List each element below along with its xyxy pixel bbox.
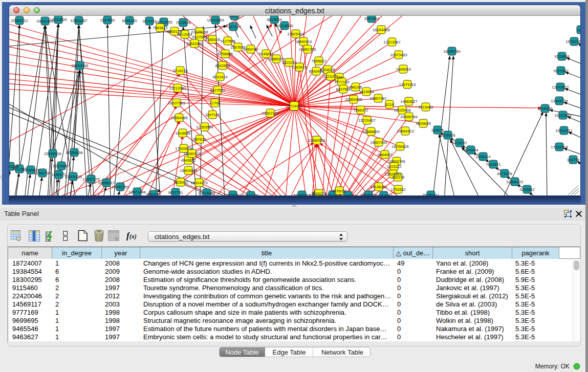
svg-text:18640910: 18640910 [295, 39, 312, 44]
svg-text:19654923: 19654923 [397, 129, 413, 134]
svg-text:16756928: 16756928 [391, 144, 408, 149]
svg-text:15409948: 15409948 [180, 168, 197, 173]
svg-text:20364436: 20364436 [345, 97, 362, 102]
svg-text:7625402: 7625402 [173, 180, 188, 185]
svg-text:9115460: 9115460 [419, 105, 433, 110]
svg-text:9699695: 9699695 [416, 121, 430, 126]
svg-text:19033809: 19033809 [50, 17, 67, 22]
svg-text:7515526: 7515526 [176, 20, 190, 25]
svg-text:20206526: 20206526 [44, 151, 61, 156]
svg-text:13625419: 13625419 [287, 32, 304, 36]
svg-text:10973493: 10973493 [390, 53, 407, 57]
svg-text:59407816: 59407816 [339, 193, 356, 196]
svg-text:16961755: 16961755 [299, 47, 316, 52]
svg-text:16107563: 16107563 [168, 101, 185, 105]
svg-text:10025438: 10025438 [394, 108, 410, 113]
svg-text:1527602: 1527602 [100, 18, 115, 23]
svg-text:12975115: 12975115 [399, 82, 416, 87]
svg-text:16033809: 16033809 [207, 18, 224, 23]
svg-text:16648784: 16648784 [443, 49, 460, 54]
svg-text:12093872: 12093872 [552, 85, 569, 90]
svg-text:16782759: 16782759 [112, 185, 128, 189]
svg-text:7663822: 7663822 [153, 26, 167, 30]
svg-text:20553712: 20553712 [11, 18, 28, 23]
svg-text:15751074: 15751074 [565, 39, 580, 44]
svg-text:19654985: 19654985 [170, 116, 187, 120]
svg-text:3824554: 3824554 [359, 90, 374, 94]
svg-text:6479197: 6479197 [452, 141, 467, 145]
svg-text:18907249: 18907249 [370, 140, 387, 145]
svg-text:2935114: 2935114 [476, 155, 491, 159]
svg-text:5215955: 5215955 [537, 106, 552, 111]
svg-text:18495931: 18495931 [360, 193, 377, 196]
svg-text:8471676: 8471676 [497, 171, 512, 176]
svg-text:116753: 116753 [567, 158, 579, 162]
svg-text:7955812: 7955812 [311, 59, 326, 63]
svg-text:12213967: 12213967 [383, 40, 400, 45]
svg-text:587833: 587833 [193, 137, 206, 142]
svg-text:14136141: 14136141 [370, 185, 387, 189]
svg-text:15692971: 15692971 [555, 128, 572, 133]
svg-text:23226058: 23226058 [191, 30, 208, 34]
svg-text:6497508: 6497508 [336, 87, 351, 92]
svg-text:7986372: 7986372 [353, 108, 368, 113]
svg-text:1753342: 1753342 [390, 187, 405, 192]
svg-text:4949822: 4949822 [181, 158, 195, 163]
svg-text:9657791: 9657791 [168, 190, 183, 195]
svg-text:6756685: 6756685 [217, 52, 232, 56]
svg-text:8186328: 8186328 [205, 37, 220, 42]
svg-text:8242848: 8242848 [215, 63, 230, 68]
svg-text:12905135: 12905135 [64, 174, 81, 179]
svg-text:13716485: 13716485 [198, 191, 215, 195]
svg-text:2718170: 2718170 [172, 69, 187, 73]
svg-text:9283276: 9283276 [311, 191, 326, 196]
svg-text:6216: 6216 [385, 102, 394, 107]
svg-text:7485063: 7485063 [396, 67, 410, 72]
svg-text:9245682: 9245682 [519, 187, 534, 192]
svg-text:3267110: 3267110 [205, 113, 220, 117]
svg-text:10433218: 10433218 [224, 193, 241, 196]
svg-text:8912954: 8912954 [177, 32, 192, 37]
svg-text:12213383: 12213383 [169, 86, 186, 91]
svg-text:19218506: 19218506 [276, 24, 293, 28]
svg-text:7357224: 7357224 [226, 25, 241, 29]
svg-text:15720407: 15720407 [358, 118, 375, 123]
svg-text:7632621: 7632621 [486, 162, 500, 167]
svg-text:10688609: 10688609 [362, 129, 379, 134]
svg-text:9657791: 9657791 [146, 192, 161, 196]
svg-text:2087682: 2087682 [364, 16, 379, 21]
svg-text:12353584: 12353584 [196, 125, 213, 129]
svg-text:19600133: 19600133 [242, 193, 259, 196]
svg-text:8938928: 8938928 [440, 133, 455, 138]
svg-text:9227342: 9227342 [553, 69, 568, 73]
svg-text:16154808: 16154808 [373, 28, 389, 32]
svg-text:17359936: 17359936 [66, 150, 82, 155]
svg-text:20495794: 20495794 [400, 115, 417, 119]
svg-text:9127508: 9127508 [220, 39, 235, 43]
svg-text:16713155: 16713155 [155, 20, 172, 25]
svg-text:10543382: 10543382 [186, 41, 203, 46]
svg-text:10975857: 10975857 [53, 164, 70, 168]
svg-text:10654122: 10654122 [506, 180, 523, 184]
svg-text:345: 345 [336, 75, 343, 80]
svg-text:18280302: 18280302 [183, 151, 200, 156]
svg-text:03413164: 03413164 [375, 193, 392, 196]
svg-text:12942737: 12942737 [34, 171, 51, 176]
svg-text:10807487: 10807487 [369, 96, 386, 101]
svg-text:164095: 164095 [431, 128, 444, 133]
svg-text:1615112: 1615112 [387, 164, 402, 169]
svg-text:1822203: 1822203 [281, 60, 296, 65]
svg-text:16914479: 16914479 [190, 181, 207, 185]
svg-text:8813054: 8813054 [267, 17, 281, 22]
svg-text:89083863: 89083863 [293, 193, 310, 196]
svg-text:17957275: 17957275 [82, 177, 99, 182]
svg-text:23302173: 23302173 [262, 111, 278, 116]
svg-text:20053346: 20053346 [71, 63, 88, 68]
svg-text:4835030: 4835030 [332, 189, 346, 193]
svg-text:9084067: 9084067 [377, 152, 392, 157]
svg-text:1145171: 1145171 [52, 172, 67, 177]
svg-text:12444139: 12444139 [551, 99, 568, 103]
svg-text:18724007: 18724007 [286, 104, 302, 108]
svg-text:17004678: 17004678 [175, 146, 192, 151]
svg-text:1916685: 1916685 [175, 131, 190, 136]
